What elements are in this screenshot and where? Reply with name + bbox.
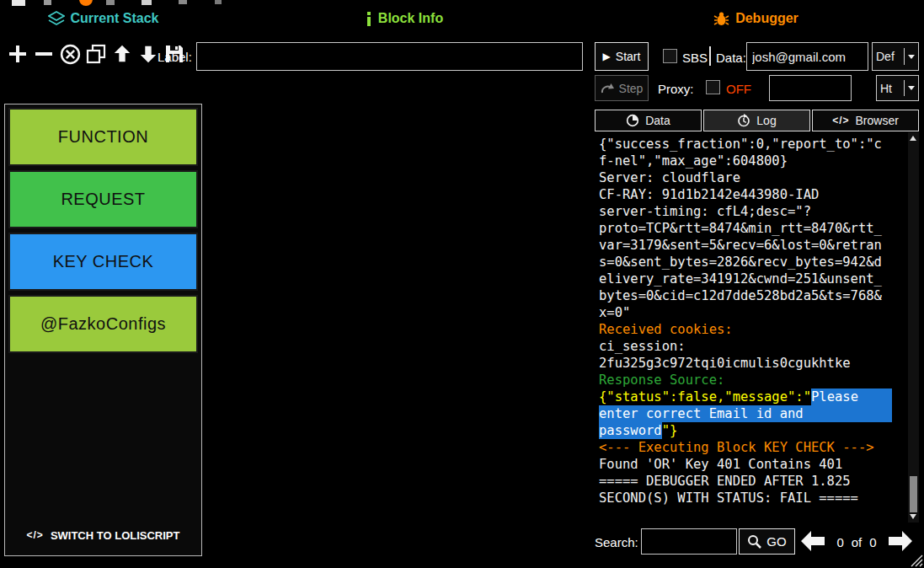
plus-icon bbox=[7, 43, 29, 65]
add-block-button[interactable] bbox=[6, 41, 29, 67]
sbs-label: SBS bbox=[682, 51, 708, 65]
divider bbox=[709, 46, 711, 66]
stack-panel: FUNCTIONREQUESTKEY CHECK@FazkoConfigs </… bbox=[4, 104, 202, 556]
log-line: Server: cloudflare bbox=[599, 169, 892, 186]
scroll-down-icon[interactable] bbox=[910, 514, 916, 519]
log-line: f-nel","max_age":604800} bbox=[599, 153, 892, 169]
bug-icon bbox=[713, 12, 729, 26]
log-line: server-timing: cfL4;desc="? bbox=[599, 203, 892, 220]
switch-to-loliscript-button[interactable]: </> SWITCH TO LOLISCRIPT bbox=[8, 517, 199, 554]
proxy-input[interactable] bbox=[769, 75, 852, 101]
log-line: <--- Executing Block KEY CHECK ---> bbox=[599, 439, 892, 456]
menu-icon-partial bbox=[106, 0, 115, 5]
tab-data[interactable]: Data bbox=[595, 110, 702, 131]
clone-icon bbox=[85, 43, 107, 65]
chevron-down-icon bbox=[905, 55, 918, 59]
arrow-left-icon bbox=[799, 530, 826, 552]
search-label: Search: bbox=[595, 535, 638, 549]
block-label-caption: Label: bbox=[158, 50, 192, 64]
history-icon bbox=[737, 114, 750, 127]
block-info-title: Block Info bbox=[378, 11, 443, 26]
match-pager: 0 of 0 bbox=[829, 535, 884, 549]
menu-icon-partial bbox=[142, 0, 152, 5]
circle-x-icon bbox=[59, 43, 82, 66]
log-line: {"success_fraction":0,"report_to":"c bbox=[599, 136, 892, 153]
logo-partial bbox=[79, 0, 93, 6]
log-scrollbar[interactable] bbox=[908, 132, 919, 522]
log-output[interactable]: {"success_fraction":0,"report_to":"cf-ne… bbox=[595, 132, 908, 522]
stack-block[interactable]: @FazkoConfigs bbox=[8, 295, 198, 353]
proxy-type-dropdown[interactable]: Ht bbox=[876, 75, 919, 101]
log-line: 2fu325g3c972tqi0icmulis0cgukhtke bbox=[599, 355, 892, 372]
log-line: ===== DEBUGGER ENDED AFTER 1.825 bbox=[599, 473, 892, 490]
move-up-button[interactable] bbox=[110, 41, 134, 67]
debugger-title: Debugger bbox=[735, 11, 798, 26]
go-button[interactable]: GO bbox=[739, 528, 795, 555]
proxy-status: OFF bbox=[726, 82, 751, 96]
log-line: Response Source: bbox=[599, 372, 892, 388]
minus-icon bbox=[33, 43, 55, 65]
arrow-right-icon bbox=[887, 530, 914, 552]
chevron-down-icon bbox=[905, 86, 918, 90]
search-icon bbox=[747, 534, 761, 549]
tab-log[interactable]: Log bbox=[703, 110, 810, 131]
scrollbar-thumb[interactable] bbox=[910, 476, 917, 512]
stack-block[interactable]: FUNCTION bbox=[8, 108, 198, 166]
log-line: enter correct Email id and bbox=[599, 405, 892, 422]
stack-block[interactable]: REQUEST bbox=[8, 170, 198, 228]
search-input[interactable] bbox=[641, 528, 737, 555]
data-type-dropdown[interactable]: Def bbox=[872, 42, 919, 71]
match-total: 0 bbox=[869, 535, 876, 549]
disable-block-button[interactable] bbox=[58, 41, 82, 67]
log-line: Received cookies: bbox=[599, 321, 892, 338]
code-icon: </> bbox=[27, 529, 44, 541]
log-line: x=0" bbox=[599, 304, 892, 321]
pie-chart-icon bbox=[626, 114, 639, 127]
log-line: {"status":false,"message":"Please bbox=[599, 388, 892, 405]
current-stack-title: Current Stack bbox=[71, 11, 159, 26]
menu-icon-partial bbox=[44, 0, 51, 5]
tab-browser[interactable]: </> Browser bbox=[812, 110, 919, 131]
block-info-header: Block Info bbox=[244, 11, 564, 26]
proxy-type-value: Ht bbox=[877, 82, 904, 95]
menu-icon-partial bbox=[12, 0, 25, 6]
previous-match-button[interactable] bbox=[798, 530, 827, 554]
data-input[interactable] bbox=[746, 42, 868, 71]
match-current: 0 bbox=[836, 535, 843, 549]
scroll-up-icon[interactable] bbox=[910, 136, 916, 141]
log-line: s=0&sent_bytes=2826&recv_bytes=942&d bbox=[599, 254, 892, 271]
log-line: password"} bbox=[599, 422, 892, 439]
log-line: proto=TCP&rtt=8474&min_rtt=8470&rtt_ bbox=[599, 220, 892, 237]
log-line: ci_session: bbox=[599, 338, 892, 355]
step-button[interactable]: Step bbox=[595, 75, 649, 101]
play-icon: ▶ bbox=[603, 51, 611, 62]
code-icon: </> bbox=[832, 115, 849, 126]
log-line: CF-RAY: 91d1b2142e443980-IAD bbox=[599, 186, 892, 203]
menu-icon-partial bbox=[215, 0, 222, 4]
resize-grip[interactable] bbox=[911, 555, 923, 567]
block-label-input[interactable] bbox=[196, 42, 583, 71]
remove-block-button[interactable] bbox=[32, 41, 56, 67]
match-separator: of bbox=[852, 535, 863, 549]
stack-icon bbox=[48, 11, 65, 26]
data-type-value: Def bbox=[873, 50, 904, 63]
proxy-label: Proxy: bbox=[658, 82, 694, 96]
current-stack-header: Current Stack bbox=[0, 11, 206, 26]
start-button[interactable]: ▶ Start bbox=[595, 42, 649, 71]
sbs-checkbox[interactable] bbox=[663, 49, 677, 63]
move-down-button[interactable] bbox=[136, 41, 160, 67]
stack-block[interactable]: KEY CHECK bbox=[8, 233, 198, 291]
log-line: Found 'OR' Key 401 Contains 401 bbox=[599, 456, 892, 473]
proxy-checkbox[interactable] bbox=[706, 80, 720, 94]
clone-block-button[interactable] bbox=[84, 41, 108, 67]
arrow-down-icon bbox=[138, 43, 158, 65]
arrow-up-icon bbox=[112, 43, 132, 65]
menu-icon-partial bbox=[179, 0, 187, 4]
next-match-button[interactable] bbox=[886, 530, 915, 554]
debugger-header: Debugger bbox=[632, 11, 880, 26]
debugger-tabs: Data Log </> Browser bbox=[595, 110, 919, 131]
redo-arrow-icon bbox=[601, 83, 614, 94]
log-line: elivery_rate=341912&cwnd=251&unsent_ bbox=[599, 271, 892, 287]
log-line: var=3179&sent=5&recv=6&lost=0&retran bbox=[599, 237, 892, 254]
log-line: bytes=0&cid=c12d7dde528bd2a5&ts=768& bbox=[599, 287, 892, 304]
